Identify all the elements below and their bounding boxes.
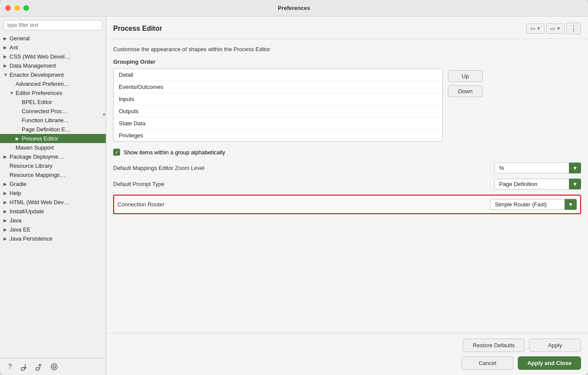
arrow-icon: ▶	[3, 209, 10, 214]
help-icon[interactable]: ?	[5, 362, 15, 372]
more-options-button[interactable]: ⋮	[566, 23, 581, 34]
grouping-order-label: Grouping Order	[113, 59, 581, 65]
sidebar-item-resource-mappings[interactable]: Resource Mappings…	[0, 170, 106, 179]
sidebar-item-advanced-preferences[interactable]: Advanced Preferen…	[0, 79, 106, 88]
footer-row-2: Cancel Apply and Close	[113, 356, 581, 370]
main-content: ▶ General ▶ Ant ▶ CSS (Wild Web Devel… ▶…	[0, 16, 588, 375]
grouping-item-privileges[interactable]: Privileges	[114, 130, 442, 141]
filter-input[interactable]	[3, 20, 102, 30]
sidebar-item-bpel-editor[interactable]: BPEL Editor	[0, 98, 106, 107]
settings-icon[interactable]	[49, 362, 59, 372]
forward-dropdown-icon: ▼	[556, 26, 561, 31]
content-body: Customise the appearance of shapes withi…	[106, 39, 588, 333]
maximize-button[interactable]	[23, 5, 29, 11]
zoom-level-select[interactable]: %	[494, 163, 581, 173]
sidebar-item-html[interactable]: ▶ HTML (Wild Web Dev…	[0, 198, 106, 207]
sidebar-item-css[interactable]: ▶ CSS (Wild Web Devel…	[0, 52, 106, 61]
alphabetical-checkbox-label: Show items within a group alphabetically	[124, 149, 225, 156]
prompt-type-row: Default Prompt Type Page Definition ▼	[113, 179, 581, 189]
arrow-icon: ▶	[3, 154, 10, 159]
back-arrow-icon: ⇦	[530, 25, 536, 32]
zoom-level-select-wrapper: % ▼	[494, 163, 581, 173]
grouping-container: Detail Events/Outcomes Inputs Outputs St…	[113, 68, 581, 142]
arrow-icon: ▶	[3, 182, 10, 186]
apply-and-close-button[interactable]: Apply and Close	[518, 356, 581, 370]
content-area: Process Editor ⇦ ▼ ⇨ ▼ ⋮ Customise the a…	[106, 16, 588, 375]
header-actions: ⇦ ▼ ⇨ ▼ ⋮	[526, 23, 581, 34]
grouping-item-inputs[interactable]: Inputs	[114, 93, 442, 105]
scrollbar-thumb[interactable]	[103, 113, 105, 116]
alphabetical-checkbox[interactable]: ✓	[113, 149, 120, 156]
down-button[interactable]: Down	[448, 85, 483, 97]
grouping-list: Detail Events/Outcomes Inputs Outputs St…	[113, 68, 443, 142]
prompt-type-label: Default Prompt Type	[113, 181, 491, 187]
connection-router-select[interactable]: Simple Router (Fast)	[490, 199, 577, 210]
content-footer: Restore Defaults Apply Cancel Apply and …	[106, 333, 588, 375]
grouping-item-outputs[interactable]: Outputs	[114, 105, 442, 117]
sidebar-item-package-deployment[interactable]: ▶ Package Deployme…	[0, 152, 106, 161]
apply-button[interactable]: Apply	[529, 339, 581, 352]
grouping-buttons: Up Down	[448, 68, 483, 142]
minimize-button[interactable]	[14, 5, 20, 11]
sidebar-item-help[interactable]: ▶ Help	[0, 189, 106, 198]
titlebar: Preferences	[0, 0, 588, 16]
sidebar-item-gradle[interactable]: ▶ Gradle	[0, 179, 106, 189]
sidebar-item-java[interactable]: ▶ Java	[0, 216, 106, 225]
sidebar-item-general[interactable]: ▶ General	[0, 34, 106, 43]
cancel-button[interactable]: Cancel	[461, 356, 513, 370]
connection-router-select-wrapper: Simple Router (Fast) ▼	[490, 199, 577, 210]
sidebar: ▶ General ▶ Ant ▶ CSS (Wild Web Devel… ▶…	[0, 16, 106, 375]
grouping-item-detail[interactable]: Detail	[114, 69, 442, 81]
prompt-type-select-wrapper: Page Definition ▼	[494, 179, 581, 189]
sidebar-item-data-management[interactable]: ▶ Data Management	[0, 61, 106, 70]
arrow-icon: ▶	[3, 36, 10, 41]
sidebar-item-page-definition-editor[interactable]: Page Definition E…	[0, 125, 106, 134]
window-title: Preferences	[278, 5, 310, 11]
up-button[interactable]: Up	[448, 70, 483, 82]
sidebar-item-resource-library[interactable]: Resource Library	[0, 161, 106, 170]
svg-point-2	[51, 364, 57, 370]
arrow-icon: ▶	[16, 136, 22, 141]
sidebar-item-java-ee[interactable]: ▶ Java EE	[0, 225, 106, 234]
sidebar-item-ant[interactable]: ▶ Ant	[0, 43, 106, 52]
grouping-item-events-outcomes[interactable]: Events/Outcomes	[114, 81, 442, 93]
arrow-icon: ▶	[3, 45, 10, 50]
arrow-icon: ▶	[3, 200, 10, 205]
back-dropdown-icon: ▼	[536, 26, 541, 31]
arrow-icon: ▶	[3, 236, 10, 241]
arrow-icon: ▼	[10, 91, 16, 95]
page-title: Process Editor	[113, 25, 162, 33]
window-controls	[5, 5, 29, 11]
footer-row-1: Restore Defaults Apply	[113, 339, 581, 352]
sidebar-item-connected-processes[interactable]: Connected Proc…	[0, 107, 106, 116]
svg-rect-1	[36, 368, 39, 370]
sidebar-item-editor-preferences[interactable]: ▼ Editor Preferences	[0, 88, 106, 98]
description-text: Customise the appearance of shapes withi…	[113, 46, 581, 52]
tree-container: ▶ General ▶ Ant ▶ CSS (Wild Web Devel… ▶…	[0, 34, 106, 358]
alphabetical-checkbox-row: ✓ Show items within a group alphabetical…	[113, 149, 581, 156]
arrow-icon: ▶	[3, 63, 10, 68]
sidebar-item-function-libraries[interactable]: Function Librarie…	[0, 116, 106, 125]
sidebar-item-java-persistence[interactable]: ▶ Java Persistence	[0, 234, 106, 243]
prompt-type-select[interactable]: Page Definition	[494, 179, 581, 189]
import-icon[interactable]	[20, 362, 29, 372]
back-button[interactable]: ⇦ ▼	[526, 23, 545, 34]
sidebar-item-process-editor[interactable]: ▶ Process Editor	[0, 134, 106, 143]
sidebar-item-install-update[interactable]: ▶ Install/Update	[0, 207, 106, 216]
preferences-window: Preferences ▶ General ▶ Ant ▶ CSS (W	[0, 0, 588, 375]
restore-defaults-button[interactable]: Restore Defaults	[463, 339, 525, 352]
close-button[interactable]	[5, 5, 11, 11]
arrow-icon: ▶	[3, 227, 10, 232]
arrow-icon: ▶	[3, 191, 10, 196]
arrow-icon: ▶	[3, 54, 10, 59]
svg-point-3	[53, 365, 56, 368]
export-icon[interactable]	[35, 362, 44, 372]
svg-rect-0	[21, 368, 24, 370]
sidebar-bottom-toolbar: ?	[0, 358, 106, 375]
forward-button[interactable]: ⇨ ▼	[546, 23, 565, 34]
connection-router-row: Connection Router Simple Router (Fast) ▼	[113, 195, 581, 214]
grouping-item-state-data[interactable]: State Data	[114, 117, 442, 130]
arrow-icon: ▼	[3, 72, 10, 77]
sidebar-item-enactor-development[interactable]: ▼ Enactor Development	[0, 70, 106, 79]
sidebar-item-maven-support[interactable]: Maven Support	[0, 143, 106, 152]
